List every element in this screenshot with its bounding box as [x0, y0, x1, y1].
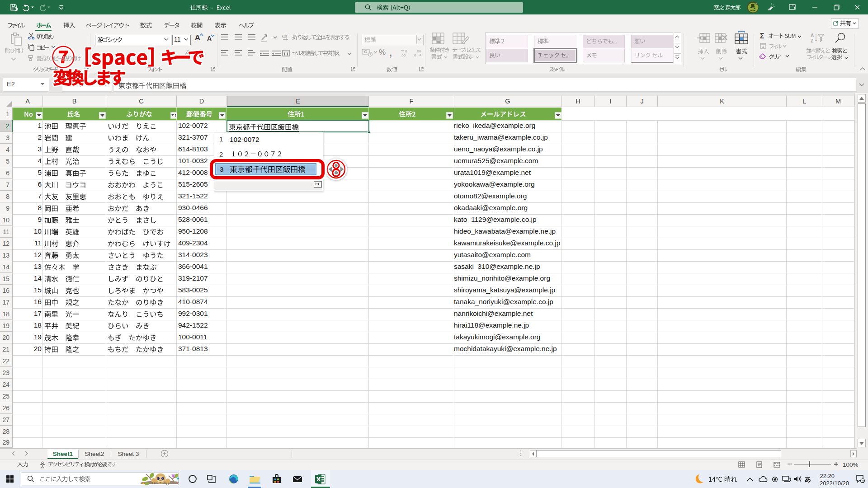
- svg-text:A: A: [811, 33, 814, 38]
- svg-text:.00: .00: [401, 53, 406, 57]
- svg-text:.00: .00: [416, 49, 421, 53]
- svg-text:0: 0: [414, 53, 416, 57]
- svg-text:0: 0: [405, 49, 407, 53]
- svg-text:ab: ab: [282, 33, 288, 38]
- svg-text:Z: Z: [811, 38, 813, 43]
- svg-text:1: 1: [862, 479, 864, 483]
